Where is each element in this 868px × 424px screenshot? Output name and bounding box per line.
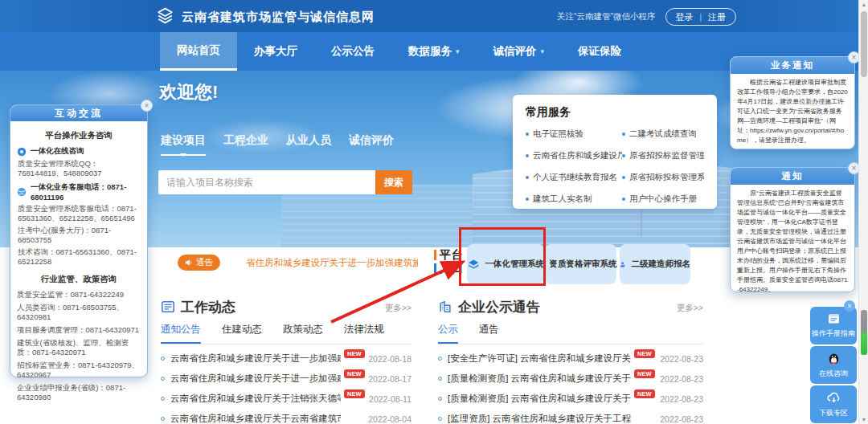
news-row[interactable]: 云南省住房和城乡建设厅关于注销张天德等5名建造师注册许... NEW 2022-… bbox=[161, 389, 411, 409]
hotline-detail-line: 注考中心(服务大厅)：0871-68503755 bbox=[18, 226, 141, 245]
bullet-dot-icon bbox=[526, 132, 529, 136]
constructor-registration-button[interactable]: 二级建造师报名 bbox=[620, 244, 690, 284]
news-row[interactable]: [监理资质] 云南省住房和城乡建设厅关于工程监理2022年第9... NEW 2… bbox=[438, 409, 703, 424]
notice-badge[interactable]: 通告 bbox=[178, 255, 220, 271]
hero-tab-label: 工程企业 bbox=[223, 133, 268, 146]
news-item-title: [安全生产许可证] 云南省住房和城乡建设厅关于2022年新申办... bbox=[448, 353, 631, 365]
news-item-title: [质量检测资质] 云南省住房和城乡建设厅关于2022年第15批... bbox=[448, 373, 631, 385]
news-row[interactable]: [安全生产许可证] 云南省住房和城乡建设厅关于2022年新申办... NEW 2… bbox=[438, 349, 703, 369]
news-item-date: 2022-08-23 bbox=[660, 354, 703, 364]
service-link-label: 原省招投标监督管理网... bbox=[629, 150, 704, 161]
news-item-title: 云南省住房和城乡建设厅关于进一步加强建筑业企业资质及人... bbox=[170, 373, 341, 385]
work-dynamics-list: 云南省住房和城乡建设厅关于进一步加强建筑施工企业安全生... NEW 2022-… bbox=[161, 349, 411, 424]
nav-item[interactable]: 公示公告 ▾ bbox=[314, 32, 391, 71]
platform-consult-title: 平台操作业务咨询 bbox=[17, 130, 141, 141]
service-link[interactable]: 电子证照核验 bbox=[526, 128, 622, 140]
service-link[interactable]: 原省招标投标管理系统 bbox=[622, 172, 704, 183]
online-consult-button[interactable]: 在线咨询 bbox=[810, 346, 857, 384]
floating-toolbar: 操作手册指南 在线咨询 下载专区 bbox=[810, 307, 857, 424]
bullet-circle-icon bbox=[438, 377, 442, 381]
bullet-circle-icon bbox=[438, 397, 442, 401]
hero-tab-label: 诚信评价 bbox=[349, 133, 394, 146]
download-zone-button[interactable]: 下载专区 bbox=[810, 385, 857, 423]
news-item-title: [质量检测资质] 云南省住房和城乡建设厅关于2022年第14批... bbox=[448, 393, 631, 405]
news-row[interactable]: [质量检测资质] 云南省住房和城乡建设厅关于2022年第14批... NEW 2… bbox=[438, 389, 703, 409]
business-notice-body: 根据云南省工程建设项目审批制度改革工作领导小组办公室要求，自2020年4月17日… bbox=[731, 74, 854, 149]
search-button[interactable]: 搜索 bbox=[375, 170, 412, 194]
interaction-panel-body: 平台操作业务咨询 一体化在线咨询 质量安全管理系统QQ：768144819、54… bbox=[10, 121, 147, 402]
news-item-date: 2022-08-04 bbox=[368, 414, 411, 424]
bullet-circle-icon bbox=[161, 377, 165, 381]
auth-pill: 登录 | 注册 bbox=[665, 8, 737, 26]
qualification-review-button[interactable]: 资质资格评审系统 bbox=[545, 244, 616, 284]
register-button[interactable]: 注册 bbox=[708, 11, 726, 23]
close-icon[interactable]: × bbox=[141, 100, 153, 112]
service-link[interactable]: 建筑工人实名制 bbox=[526, 194, 622, 205]
label-bar-blue bbox=[434, 263, 436, 274]
business-notice-panel: × 业务通知 根据云南省工程建设项目审批制度改革工作领导小组办公室要求，自202… bbox=[730, 56, 855, 149]
hero-search-tab[interactable]: 诚信评价 bbox=[349, 133, 394, 156]
platform-entry-line2: 入口 bbox=[440, 262, 464, 276]
nav-item-label: 网站首页 bbox=[177, 43, 220, 58]
news-tab[interactable]: 法律法规 bbox=[344, 323, 384, 344]
nav-item[interactable]: 保证保险 ▾ bbox=[561, 32, 638, 71]
bullet-dot-icon bbox=[622, 198, 625, 201]
service-link-label: 用户中心操作手册 bbox=[629, 194, 697, 205]
notice-marquee-text[interactable]: 省住房和城乡建设厅关于进一步加强建筑施工企业安全生产许可证动态监管的通 bbox=[246, 257, 418, 270]
scrollbar-up-icon[interactable]: ▲ bbox=[859, 2, 868, 7]
service-link[interactable]: 二建考试成绩查询 bbox=[622, 128, 704, 140]
scrollbar-thumb[interactable] bbox=[861, 11, 867, 77]
news-row[interactable]: 云南省住房和城乡建设厅关于云南省建筑市场监管与诚信一体... NEW 2022-… bbox=[161, 409, 411, 424]
hero-search-tabs: 建设项目 工程企业 从业人员 诚信评价 bbox=[161, 133, 394, 156]
news-row[interactable]: [质量检测资质] 云南省住房和城乡建设厅关于2022年第15批... NEW 2… bbox=[438, 369, 703, 389]
news-tab[interactable]: 政策动态 bbox=[283, 323, 323, 344]
bullet-dot-icon bbox=[622, 132, 625, 136]
nav-item[interactable]: 数据服务 ▾ bbox=[391, 32, 477, 71]
nav-item-label: 数据服务 bbox=[408, 44, 452, 59]
news-item-date: 2022-08-11 bbox=[369, 394, 411, 404]
bullet-circle-icon bbox=[161, 417, 165, 421]
chevron-down-icon: ▾ bbox=[541, 47, 545, 55]
wechat-follow-text: 关注“云南建管”微信小程序 bbox=[557, 11, 656, 22]
hero-search-tab[interactable]: 工程企业 bbox=[223, 133, 268, 156]
manual-icon bbox=[826, 312, 841, 326]
news-tab[interactable]: 通告 bbox=[479, 323, 499, 344]
bullet-circle-icon bbox=[438, 417, 442, 421]
service-link[interactable]: 原省招投标监督管理网... bbox=[622, 150, 704, 161]
work-dynamics-more-link[interactable]: 更多>> bbox=[385, 303, 411, 314]
page: 云南省建筑市场监管与诚信信息网 关注“云南建管”微信小程序 登录 | 注册 网站… bbox=[0, 0, 868, 424]
news-tab[interactable]: 通知公告 bbox=[161, 323, 201, 344]
news-tab[interactable]: 公示 bbox=[438, 323, 458, 344]
service-link-label: 建筑工人实名制 bbox=[533, 194, 592, 205]
news-item-title: 云南省住房和城乡建设厅关于进一步加强建筑施工企业安全生... bbox=[170, 353, 341, 365]
login-button[interactable]: 登录 bbox=[676, 11, 694, 23]
nav-item[interactable]: 网站首页 ▾ bbox=[160, 32, 237, 71]
news-row[interactable]: 云南省住房和城乡建设厅关于进一步加强建筑施工企业安全生... NEW 2022-… bbox=[161, 349, 411, 369]
news-tab[interactable]: 住建动态 bbox=[222, 323, 262, 344]
hero-search-tab[interactable]: 从业人员 bbox=[286, 133, 331, 156]
scrollbar-down-icon[interactable]: ▼ bbox=[859, 417, 868, 422]
new-badge: NEW bbox=[344, 349, 365, 358]
service-link[interactable]: 云南省住房和城乡建设厅 bbox=[526, 150, 622, 161]
online-consult-item[interactable]: 一体化在线咨询 bbox=[17, 146, 141, 157]
integrated-system-button[interactable]: 一体化管理系统 bbox=[467, 244, 544, 284]
nav-item[interactable]: 办事大厅 ▾ bbox=[237, 32, 314, 71]
news-row[interactable]: 云南省住房和城乡建设厅关于进一步加强建筑业企业资质及人... NEW 2022-… bbox=[161, 369, 411, 389]
hero-search-tab[interactable]: 建设项目 bbox=[161, 133, 206, 156]
constructor-registration-label: 二级建造师报名 bbox=[632, 259, 691, 270]
search-input[interactable] bbox=[158, 170, 375, 194]
industry-consult-lines: 质量安全监管：0871-64322249人员类咨询：0871-68503755、… bbox=[17, 290, 141, 402]
nav-item[interactable]: 诚信评价 ▾ bbox=[477, 32, 562, 71]
manual-guide-button[interactable]: 操作手册指南 bbox=[810, 307, 857, 344]
service-link[interactable]: 用户中心操作手册 bbox=[622, 194, 704, 205]
close-icon[interactable]: × bbox=[844, 300, 855, 312]
industry-consult-line: 招投标监管业务：0871-64320979、64320967 bbox=[17, 361, 141, 380]
hotline-label: 一体化业务客服电话：0871-68011196 bbox=[31, 182, 141, 202]
industry-consult-line: 质量安全监管：0871-64322249 bbox=[17, 290, 141, 300]
welcome-heading: 欢迎您! bbox=[159, 80, 218, 104]
enterprise-announcement-more-link[interactable]: 更多>> bbox=[677, 303, 703, 314]
service-link[interactable]: 个人证书继续教育报名 bbox=[526, 172, 622, 183]
work-dynamics-tabs: 通知公告 住建动态 政策动态 法律法规 bbox=[161, 323, 411, 344]
bullet-dot-icon bbox=[622, 154, 625, 157]
hotline-item[interactable]: 一体化业务客服电话：0871-68011196 bbox=[17, 182, 141, 202]
